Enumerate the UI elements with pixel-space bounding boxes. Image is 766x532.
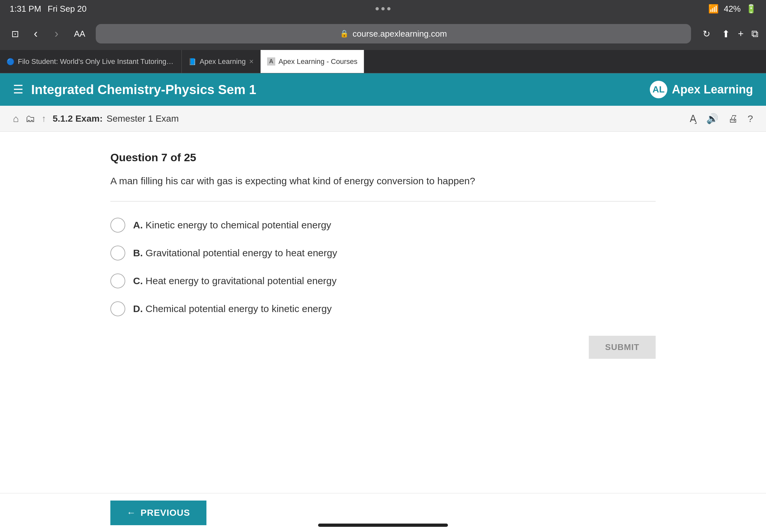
apex-logo-text: Apex Learning (672, 83, 753, 96)
main-content: Question 7 of 25 A man filling his car w… (0, 132, 766, 398)
prev-label: PREVIOUS (140, 508, 190, 518)
radio-d[interactable] (110, 301, 125, 316)
submit-row: SUBMIT (110, 336, 656, 359)
tabs-bar: 🔵 Filo Student: World's Only Live Instan… (0, 50, 766, 73)
wifi-icon: 📶 (708, 4, 719, 14)
tab-close-icon[interactable]: ✕ (249, 58, 254, 65)
apex-logo: AL Apex Learning (650, 81, 753, 98)
answer-options: A. Kinetic energy to chemical potential … (110, 218, 656, 316)
tabs-icon[interactable]: ⧉ (751, 28, 758, 40)
answer-option-d[interactable]: D. Chemical potential energy to kinetic … (110, 301, 656, 316)
apex-courses-favicon: A (267, 57, 275, 66)
apex-favicon: 📘 (188, 58, 196, 66)
radio-b[interactable] (110, 246, 125, 260)
translate-icon[interactable]: A̧ (690, 113, 697, 124)
back-button[interactable]: ‹ (29, 27, 43, 41)
aa-button[interactable]: AA (70, 29, 89, 39)
share-icon[interactable]: ⬆ (722, 28, 730, 40)
answer-label-b: B. Gravitational potential energy to hea… (133, 248, 337, 259)
tab-apex-courses[interactable]: A Apex Learning - Courses (261, 50, 364, 73)
answer-option-a[interactable]: A. Kinetic energy to chemical potential … (110, 218, 656, 233)
breadcrumb: 5.1.2 Exam: Semester 1 Exam (53, 114, 179, 124)
breadcrumb-page: Semester 1 Exam (106, 114, 179, 124)
status-bar: 1:31 PM Fri Sep 20 📶 42% 🔋 (0, 0, 766, 18)
question-text: A man filling his car with gas is expect… (110, 174, 656, 188)
bottom-nav: ← PREVIOUS (0, 493, 766, 532)
question-number: Question 7 of 25 (110, 151, 656, 164)
radio-c[interactable] (110, 273, 125, 288)
dot2 (381, 7, 385, 10)
tab-apex-title: Apex Learning (200, 57, 246, 66)
print-icon[interactable]: 🖨 (728, 113, 738, 124)
app-header: ☰ Integrated Chemistry-Physics Sem 1 AL … (0, 73, 766, 106)
tab-apex-courses-title: Apex Learning - Courses (278, 57, 357, 66)
breadcrumb-prefix: 5.1.2 Exam: (53, 114, 103, 124)
submit-button[interactable]: SUBMIT (589, 336, 656, 359)
radio-a[interactable] (110, 218, 125, 233)
answer-label-c: C. Heat energy to gravitational potentia… (133, 275, 336, 286)
tab-filo-title: Filo Student: World's Only Live Instant … (18, 57, 175, 66)
sidebar-toggle-button[interactable]: ⊡ (8, 27, 22, 41)
tab-apex-learning[interactable]: 📘 Apex Learning ✕ (182, 50, 261, 73)
status-date: Fri Sep 20 (48, 4, 87, 14)
answer-option-b[interactable]: B. Gravitational potential energy to hea… (110, 246, 656, 260)
battery-icon: 🔋 (746, 4, 756, 14)
new-tab-icon[interactable]: + (738, 28, 744, 39)
prev-arrow-icon: ← (127, 508, 136, 518)
battery-level: 42% (724, 4, 741, 14)
dot1 (375, 7, 379, 10)
status-time: 1:31 PM (10, 4, 41, 14)
tab-filo[interactable]: 🔵 Filo Student: World's Only Live Instan… (0, 50, 182, 73)
lock-icon: 🔒 (340, 30, 348, 38)
divider (110, 201, 656, 201)
secondary-nav: ⌂ 🗂 ↑ 5.1.2 Exam: Semester 1 Exam A̧ 🔊 🖨… (0, 106, 766, 132)
browser-chrome: ⊡ ‹ › AA 🔒 course.apexlearning.com ↻ ⬆ +… (0, 18, 766, 50)
apex-logo-icon: AL (650, 81, 667, 98)
forward-button[interactable]: › (49, 27, 64, 41)
url-bar[interactable]: 🔒 course.apexlearning.com (96, 24, 691, 43)
answer-label-a: A. Kinetic energy to chemical potential … (133, 220, 331, 231)
home-icon[interactable]: ⌂ (13, 113, 19, 124)
hamburger-icon[interactable]: ☰ (13, 83, 23, 96)
filo-favicon: 🔵 (6, 58, 15, 66)
apex-logo-letter: AL (652, 84, 664, 95)
briefcase-icon[interactable]: 🗂 (25, 113, 35, 124)
audio-icon[interactable]: 🔊 (706, 113, 718, 124)
answer-label-d: D. Chemical potential energy to kinetic … (133, 303, 332, 314)
answer-option-c[interactable]: C. Heat energy to gravitational potentia… (110, 273, 656, 288)
url-text: course.apexlearning.com (352, 29, 447, 39)
previous-button[interactable]: ← PREVIOUS (110, 501, 206, 525)
help-icon[interactable]: ? (748, 113, 753, 124)
refresh-button[interactable]: ↻ (698, 29, 715, 39)
app-title: Integrated Chemistry-Physics Sem 1 (31, 82, 256, 97)
breadcrumb-arrow-up: ↑ (42, 114, 46, 124)
dot3 (387, 7, 391, 10)
home-indicator (318, 524, 448, 527)
